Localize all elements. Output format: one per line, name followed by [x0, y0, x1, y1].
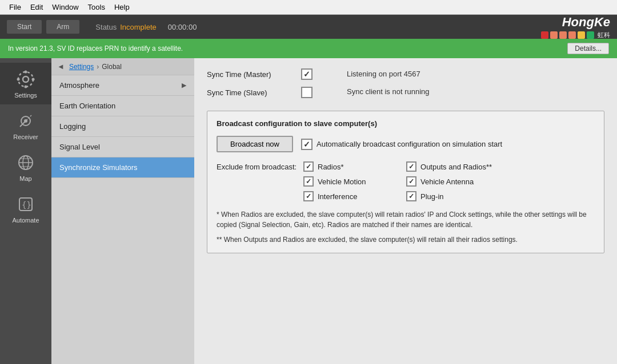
sync-master-checkmark: ✓: [303, 70, 310, 78]
sidebar-receiver-label: Receiver: [13, 134, 38, 140]
exclude-plugin-checkbox[interactable]: ✓: [406, 191, 416, 201]
sync-master-label: Sync Time (Master): [207, 70, 301, 79]
menu-help[interactable]: Help: [110, 2, 134, 13]
brand-name: HongKe: [562, 15, 610, 30]
svg-point-1: [18, 72, 33, 87]
exclude-section: Exclude from broadcast: ✓ Radios* ✓: [217, 161, 595, 201]
sync-slave-row: Sync Time (Slave): [207, 87, 312, 98]
breadcrumb-link[interactable]: Settings: [69, 63, 94, 71]
menu-item-synchronize-simulators[interactable]: Synchronize Simulators: [51, 157, 194, 178]
receiver-icon: [15, 110, 37, 132]
breadcrumb: ◄ Settings › Global: [51, 58, 194, 75]
exclude-item-outputs-radios: ✓ Outputs and Radios**: [406, 161, 492, 172]
broadcast-section: Broadcast configuration to slave compute…: [207, 111, 604, 253]
menu-file[interactable]: File: [5, 2, 26, 13]
broadcast-now-row: Broadcast now ✓ Automatically broadcast …: [217, 136, 595, 152]
banner-text: In version 21.3, SV ID replaces PRN to i…: [8, 45, 567, 52]
menu-item-earth-orientation[interactable]: Earth Orientation: [51, 96, 194, 116]
exclude-item-plugin: ✓ Plug-in: [406, 191, 492, 201]
toolbar-time: 00:00:00: [168, 23, 197, 31]
sidebar-item-map[interactable]: Map: [0, 146, 51, 188]
svg-text:{}: {}: [22, 200, 31, 209]
sync-time-inputs: Sync Time (Master) ✓ Sync Time (Slave): [207, 68, 312, 98]
menu-edit[interactable]: Edit: [26, 2, 47, 13]
footnote-2: ** When Outputs and Radios are excluded,…: [217, 234, 595, 245]
exclude-interference-checkbox[interactable]: ✓: [303, 191, 314, 201]
auto-broadcast-row: ✓ Automatically broadcast configuration …: [301, 139, 502, 150]
svg-point-4: [17, 78, 20, 81]
exclude-item-vehicle-motion: ✓ Vehicle Motion: [303, 176, 389, 187]
listening-status: Listening on port 4567: [347, 70, 430, 78]
map-icon: [15, 152, 37, 173]
settings-icon: [15, 68, 37, 90]
exclude-label: Exclude from broadcast:: [217, 163, 303, 171]
sidebar-map-label: Map: [19, 175, 31, 182]
exclude-vehicle-motion-checkbox[interactable]: ✓: [303, 176, 314, 187]
sidebar-automate-label: Automate: [12, 217, 39, 224]
menubar: File Edit Window Tools Help: [0, 0, 617, 15]
footnotes: * When Radios are excluded, the slave co…: [217, 209, 595, 245]
sidebar-item-receiver[interactable]: Receiver: [0, 104, 51, 146]
exclude-vehicle-antenna-label: Vehicle Antenna: [420, 177, 474, 186]
sync-master-row: Sync Time (Master) ✓: [207, 68, 312, 80]
main-layout: Settings Receiver: [0, 58, 617, 364]
start-button[interactable]: Start: [7, 20, 42, 34]
menu-window[interactable]: Window: [47, 2, 83, 13]
settings-menu-list: Atmosphere ▶ Earth Orientation Logging S…: [51, 75, 194, 364]
auto-broadcast-label: Automatically broadcast configuration on…: [316, 140, 502, 148]
exclude-radios-checkbox[interactable]: ✓: [303, 161, 314, 172]
exclude-outputs-checkbox[interactable]: ✓: [406, 161, 416, 172]
sidebar-settings-label: Settings: [14, 92, 37, 99]
exclude-vehicle-antenna-checkbox[interactable]: ✓: [406, 176, 416, 187]
sidebar-item-settings[interactable]: Settings: [0, 63, 51, 104]
exclude-interference-label: Interference: [318, 192, 357, 201]
breadcrumb-back-icon[interactable]: ◄: [57, 62, 65, 71]
menu-tools[interactable]: Tools: [83, 2, 110, 13]
menu-item-signal-level[interactable]: Signal Level: [51, 137, 194, 157]
exclude-item-radios: ✓ Radios*: [303, 161, 389, 172]
exclude-item-vehicle-antenna: ✓ Vehicle Antenna: [406, 176, 492, 187]
menu-item-logging[interactable]: Logging: [51, 116, 194, 137]
brand-area: HongKe 虹科: [541, 15, 610, 39]
sync-slave-label: Sync Time (Slave): [207, 88, 301, 97]
exclude-item-interference: ✓ Interference: [303, 191, 389, 201]
breadcrumb-current: Global: [102, 63, 122, 71]
broadcast-now-button[interactable]: Broadcast now: [217, 136, 293, 152]
settings-panel: ◄ Settings › Global Atmosphere ▶ Earth O…: [51, 58, 194, 364]
svg-point-3: [25, 86, 27, 88]
sync-client-status: Sync client is not running: [347, 87, 430, 96]
auto-broadcast-checkmark: ✓: [303, 140, 310, 148]
sync-slave-checkbox[interactable]: [301, 87, 312, 98]
info-banner: In version 21.3, SV ID replaces PRN to i…: [0, 39, 617, 58]
sync-status-info: Listening on port 4567 Sync client is no…: [347, 68, 430, 96]
auto-broadcast-checkbox[interactable]: ✓: [301, 139, 312, 150]
status-label: Status: [95, 23, 117, 31]
exclude-plugin-label: Plug-in: [420, 192, 443, 201]
automate-icon: {}: [15, 193, 37, 215]
exclude-grid: ✓ Radios* ✓ Outputs and Radios**: [303, 161, 492, 201]
sync-master-checkbox[interactable]: ✓: [301, 68, 312, 80]
arm-button[interactable]: Arm: [46, 20, 79, 34]
left-sidebar: Settings Receiver: [0, 58, 51, 364]
sidebar-item-automate[interactable]: {} Automate: [0, 188, 51, 229]
sync-time-section: Sync Time (Master) ✓ Sync Time (Slave) L…: [207, 68, 604, 98]
details-button[interactable]: Details...: [567, 43, 609, 54]
svg-point-0: [23, 76, 29, 82]
breadcrumb-separator: ›: [97, 63, 99, 71]
svg-point-5: [32, 78, 35, 81]
atmosphere-arrow-icon: ▶: [182, 82, 186, 89]
exclude-outputs-label: Outputs and Radios**: [420, 163, 492, 171]
svg-point-2: [25, 71, 27, 74]
status-value: Incomplete: [120, 23, 157, 31]
content-area: Sync Time (Master) ✓ Sync Time (Slave) L…: [194, 58, 617, 364]
exclude-radios-label: Radios*: [318, 163, 344, 171]
footnote-1: * When Radios are excluded, the slave co…: [217, 209, 595, 230]
menu-item-atmosphere[interactable]: Atmosphere ▶: [51, 75, 194, 96]
broadcast-section-title: Broadcast configuration to slave compute…: [217, 119, 595, 128]
exclude-vehicle-motion-label: Vehicle Motion: [318, 177, 366, 186]
brand-subtitle: 虹科: [598, 31, 610, 39]
toolbar: Start Arm Status Incomplete 00:00:00 Hon…: [0, 15, 617, 39]
